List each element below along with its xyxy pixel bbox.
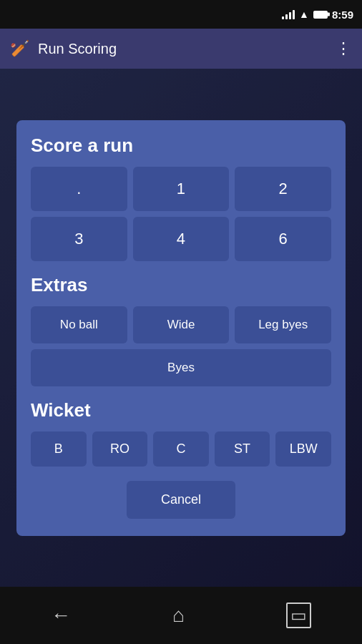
score-section-title: Score a run [31, 135, 331, 157]
wicket-buttons-grid: B RO C ST LBW [31, 431, 331, 467]
score-buttons-grid: . 1 2 3 4 6 [31, 167, 331, 261]
status-icons: ▲ 8:59 [282, 9, 353, 21]
score-1-button[interactable]: 1 [133, 167, 230, 211]
nav-recent-button[interactable]: ▭ [286, 602, 311, 628]
wide-button[interactable]: Wide [133, 306, 230, 343]
extras-row2-grid: Byes [31, 349, 331, 386]
leg-byes-button[interactable]: Leg byes [235, 306, 331, 343]
cancel-button[interactable]: Cancel [127, 481, 235, 519]
extras-section: Extras No ball Wide Leg byes Byes [31, 274, 331, 386]
wicket-section-title: Wicket [31, 399, 331, 421]
battery-icon [313, 11, 328, 19]
score-6-button[interactable]: 6 [235, 217, 331, 261]
byes-button[interactable]: Byes [31, 349, 331, 386]
signal-icon [282, 9, 295, 19]
score-4-button[interactable]: 4 [133, 217, 230, 261]
stumped-button[interactable]: ST [215, 431, 270, 467]
nav-home-button[interactable]: ⌂ [172, 604, 185, 627]
menu-button[interactable]: ⋮ [336, 39, 352, 58]
app-icon: 🏏 [10, 39, 29, 58]
score-2-button[interactable]: 2 [235, 167, 331, 211]
extras-row1-grid: No ball Wide Leg byes [31, 306, 331, 343]
wicket-section: Wicket B RO C ST LBW [31, 399, 331, 467]
bowled-button[interactable]: B [31, 431, 87, 467]
status-bar: ▲ 8:59 [0, 0, 362, 29]
run-out-button[interactable]: RO [92, 431, 148, 467]
extras-section-title: Extras [31, 274, 331, 296]
dialog-overlay: Score a run . 1 2 3 4 6 Extras No ball W… [0, 69, 362, 587]
run-scoring-dialog: Score a run . 1 2 3 4 6 Extras No ball W… [16, 120, 346, 536]
no-ball-button[interactable]: No ball [31, 306, 127, 343]
wifi-icon: ▲ [299, 9, 309, 20]
caught-button[interactable]: C [153, 431, 209, 467]
status-time: 8:59 [332, 9, 353, 21]
score-dot-button[interactable]: . [31, 167, 127, 211]
app-toolbar: 🏏 Run Scoring ⋮ [0, 29, 362, 69]
cancel-wrap: Cancel [31, 481, 331, 519]
lbw-button[interactable]: LBW [275, 431, 331, 467]
nav-bar: ← ⌂ ▭ [0, 587, 362, 644]
nav-back-button[interactable]: ← [51, 604, 71, 627]
score-3-button[interactable]: 3 [31, 217, 127, 261]
toolbar-title: Run Scoring [38, 41, 327, 57]
